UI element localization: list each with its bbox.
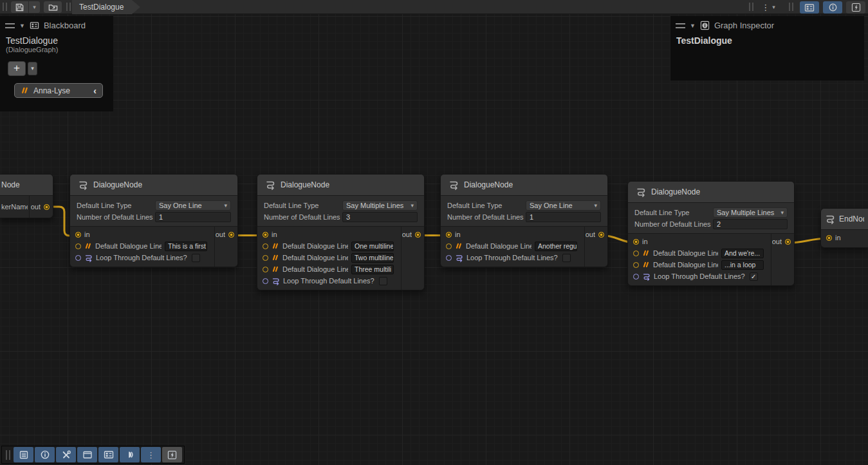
out-port[interactable] bbox=[228, 232, 234, 238]
toggle-inspector-button[interactable] bbox=[823, 1, 842, 14]
inspector-panel-button[interactable] bbox=[35, 447, 55, 462]
console-icon bbox=[19, 450, 29, 460]
dialogue-node-2[interactable]: DialogueNode Default Line Type Say Multi… bbox=[257, 174, 425, 290]
loop-label: Loop Through Default Lines? bbox=[654, 272, 745, 280]
dialogue-line-input[interactable]: And we're... bbox=[721, 249, 764, 258]
in-port[interactable] bbox=[633, 239, 639, 245]
loop-checkbox[interactable] bbox=[379, 277, 387, 285]
num-lines-input[interactable]: 1 bbox=[155, 212, 231, 222]
out-port[interactable] bbox=[415, 232, 421, 238]
out-port[interactable] bbox=[785, 239, 791, 245]
out-port[interactable] bbox=[44, 204, 50, 210]
loop-checkbox-checked[interactable]: ✓ bbox=[750, 272, 758, 281]
dialogue-line-label: Default Dialogue Line 1 bbox=[282, 242, 348, 250]
in-port[interactable] bbox=[446, 232, 452, 238]
console-panel-button[interactable] bbox=[14, 447, 33, 462]
dialogue-line-input[interactable]: ...in a loop bbox=[721, 260, 764, 270]
in-port[interactable] bbox=[75, 232, 81, 238]
out-port[interactable] bbox=[598, 232, 604, 238]
loop-icon bbox=[84, 254, 93, 262]
node-header[interactable]: DialogueNode bbox=[628, 182, 794, 203]
dialogue-line-port[interactable] bbox=[263, 267, 268, 272]
dialogue-line-input[interactable]: This is a first bbox=[165, 242, 207, 251]
dialogue-line-port[interactable] bbox=[263, 243, 268, 249]
loop-checkbox[interactable] bbox=[562, 254, 571, 262]
tools-panel-button[interactable] bbox=[56, 447, 76, 462]
more-options-button[interactable]: ⋮ bbox=[141, 447, 161, 462]
graph-tool-button[interactable] bbox=[162, 447, 182, 462]
foldout-icon[interactable]: ▼ bbox=[19, 23, 25, 29]
dialogue-node-4[interactable]: DialogueNode Default Line Type Say Multi… bbox=[627, 181, 795, 286]
loop-port[interactable] bbox=[446, 255, 452, 261]
loop-port[interactable] bbox=[263, 278, 268, 284]
dialogue-line-input[interactable]: Two multiline bbox=[351, 253, 394, 263]
line-type-label: Default Line Type bbox=[77, 202, 155, 209]
num-lines-input[interactable]: 3 bbox=[342, 212, 418, 222]
dialogue-line-input[interactable]: One multiline bbox=[351, 242, 394, 251]
blackboard-icon bbox=[30, 21, 39, 30]
toolbar-drag-handle[interactable] bbox=[3, 3, 7, 11]
loop-port[interactable] bbox=[633, 274, 639, 280]
dialogue-line-port[interactable] bbox=[263, 255, 268, 261]
toolbar-drag-handle[interactable] bbox=[66, 3, 71, 11]
num-lines-input[interactable]: 2 bbox=[713, 219, 788, 229]
panel-title: Graph Inspector bbox=[714, 21, 774, 30]
toolbar-drag-handle[interactable] bbox=[6, 450, 10, 460]
graph-tool-button[interactable] bbox=[846, 1, 865, 14]
in-port[interactable] bbox=[826, 235, 832, 241]
add-property-button[interactable]: + bbox=[8, 61, 26, 76]
line-type-dropdown[interactable]: Say Multiple Lines ▾ bbox=[342, 200, 418, 211]
drag-handle-icon[interactable] bbox=[5, 23, 15, 28]
save-options-button[interactable]: ▾ bbox=[29, 1, 40, 13]
toggle-blackboard-button[interactable] bbox=[800, 1, 819, 14]
blackboard-panel[interactable]: ▼ Blackboard TestDialogue (DialogueGraph… bbox=[0, 16, 113, 111]
node-header[interactable]: DialogueNode bbox=[70, 175, 237, 196]
open-asset-button[interactable] bbox=[44, 1, 62, 13]
num-lines-input[interactable]: 1 bbox=[526, 212, 601, 222]
graph-canvas[interactable]: Node kerName out DialogueNode Default Li… bbox=[0, 0, 868, 465]
node-header[interactable]: EndNode bbox=[821, 209, 868, 230]
add-property-caret[interactable]: ▾ bbox=[28, 62, 37, 75]
dialogue-line-port[interactable] bbox=[75, 243, 81, 249]
loop-port[interactable] bbox=[75, 255, 81, 261]
line-type-dropdown[interactable]: Say One Line ▾ bbox=[155, 200, 231, 211]
save-button[interactable] bbox=[11, 1, 28, 13]
loop-label: Loop Through Default Lines? bbox=[466, 254, 558, 261]
num-lines-label: Number of Default Lines bbox=[634, 220, 713, 228]
node-header[interactable]: DialogueNode bbox=[441, 175, 607, 196]
toolbar-options-button[interactable]: ⋮ ▾ bbox=[757, 1, 779, 13]
dialogue-preview-button[interactable] bbox=[120, 447, 140, 462]
graph-inspector-panel[interactable]: ▼ Graph Inspector TestDialogue bbox=[670, 16, 864, 81]
node-header[interactable]: DialogueNode bbox=[257, 175, 424, 196]
foldout-icon[interactable]: ▼ bbox=[690, 23, 696, 29]
dialogue-line-port[interactable] bbox=[446, 243, 452, 249]
out-port-label: out bbox=[31, 203, 41, 211]
in-port-label: in bbox=[835, 234, 841, 242]
start-node-partial[interactable]: Node kerName out bbox=[0, 174, 53, 218]
dialogue-line-port[interactable] bbox=[633, 251, 639, 256]
dialogue-line-input[interactable]: Three multili bbox=[351, 265, 394, 274]
node-header[interactable]: Node bbox=[0, 175, 53, 196]
collapse-chevron-icon[interactable]: ‹ bbox=[93, 86, 97, 96]
drag-handle-icon[interactable] bbox=[676, 23, 685, 28]
dialogue-node-3[interactable]: DialogueNode Default Line Type Say One L… bbox=[440, 174, 608, 267]
line-type-dropdown[interactable]: Say Multiple Lines ▾ bbox=[713, 207, 788, 218]
info-icon bbox=[828, 3, 838, 12]
line-type-dropdown[interactable]: Say One Line ▾ bbox=[526, 200, 601, 211]
blackboard-panel-button[interactable] bbox=[98, 447, 118, 462]
in-port[interactable] bbox=[263, 232, 268, 238]
dialogue-line-input[interactable]: Another regu bbox=[535, 242, 577, 251]
kebab-menu-icon: ⋮ bbox=[147, 450, 155, 460]
loop-checkbox[interactable] bbox=[192, 254, 200, 262]
toolbar-drag-handle[interactable] bbox=[749, 3, 753, 11]
dialogue-line-label: Default Dialogue Line 2 bbox=[282, 254, 348, 261]
speaker-name-label: kerName bbox=[1, 203, 28, 211]
blackboard-field-anna-lyse[interactable]: Anna-Lyse ‹ bbox=[14, 83, 103, 98]
end-node[interactable]: EndNode in bbox=[820, 208, 868, 248]
dialogue-node-1[interactable]: DialogueNode Default Line Type Say One L… bbox=[69, 174, 238, 267]
window-panel-button[interactable] bbox=[77, 447, 97, 462]
dialogue-line-port[interactable] bbox=[633, 262, 639, 268]
node-title: DialogueNode bbox=[93, 180, 142, 189]
toolbar-drag-handle[interactable] bbox=[789, 3, 793, 11]
graph-tab[interactable]: TestDialogue bbox=[72, 0, 140, 14]
